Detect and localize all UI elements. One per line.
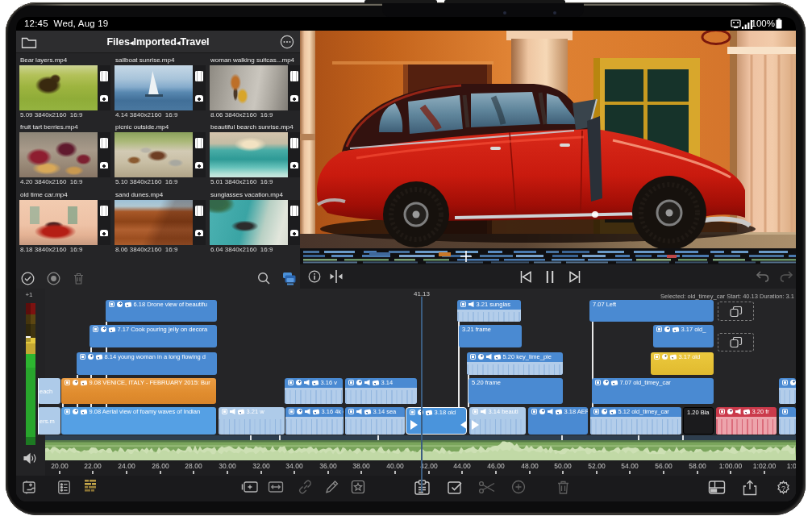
svg-text:?: ? [781,485,785,493]
